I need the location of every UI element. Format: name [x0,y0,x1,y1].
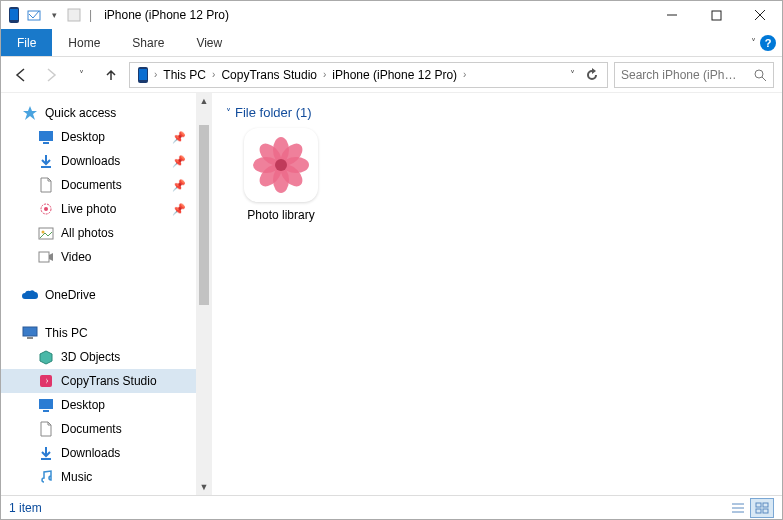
downloads-icon [37,152,55,170]
svg-point-39 [275,159,287,171]
back-button[interactable] [9,63,33,87]
content-pane[interactable]: ˅ File folder (1) [212,93,782,495]
ribbon-expand-icon[interactable]: ˅ [751,37,756,48]
chevron-right-icon[interactable]: › [321,69,328,80]
tree-label: Documents [61,422,122,436]
svg-rect-43 [756,503,761,507]
svg-rect-23 [27,337,33,339]
scroll-thumb[interactable] [199,125,209,305]
tree-item-desktop-pc[interactable]: Desktop [1,393,196,417]
svg-rect-14 [43,142,49,144]
qat-dropdown-icon[interactable]: ▾ [45,6,63,24]
tree-item-desktop[interactable]: Desktop 📌 [1,125,196,149]
svg-marker-21 [49,253,53,261]
scroll-up-icon[interactable]: ▲ [196,93,212,109]
close-button[interactable] [738,1,782,29]
chevron-right-icon[interactable]: › [210,69,217,80]
search-input[interactable]: Search iPhone (iPh… [614,62,774,88]
svg-rect-26 [39,399,53,409]
ribbon-tab-view[interactable]: View [180,29,238,56]
titlebar-separator: | [89,8,92,22]
quick-access-icon [21,104,39,122]
tree-onedrive[interactable]: OneDrive [1,283,196,307]
tree-this-pc[interactable]: This PC [1,321,196,345]
refresh-button[interactable] [581,68,603,82]
svg-rect-20 [39,252,49,262]
address-history-dropdown[interactable]: ˅ [566,69,579,80]
breadcrumb-this-pc[interactable]: This PC [159,68,210,82]
group-header[interactable]: ˅ File folder (1) [226,105,768,120]
window-title: iPhone (iPhone 12 Pro) [104,8,229,22]
svg-rect-22 [23,327,37,336]
tree-item-documents[interactable]: Documents 📌 [1,173,196,197]
status-text: 1 item [9,501,42,515]
item-label: Photo library [247,208,314,222]
tree-label: Downloads [61,154,120,168]
tree-item-downloads-pc[interactable]: Downloads [1,441,196,465]
qat-button-2[interactable] [65,6,83,24]
qat-button-1[interactable] [25,6,43,24]
copytrans-icon [37,372,55,390]
recent-locations-button[interactable]: ˅ [69,63,93,87]
tree-item-music[interactable]: Music [1,465,196,489]
address-bar[interactable]: › This PC › CopyTrans Studio › iPhone (i… [129,62,608,88]
svg-rect-46 [763,509,768,513]
tree-item-downloads[interactable]: Downloads 📌 [1,149,196,173]
ribbon-file-tab[interactable]: File [1,29,52,56]
address-icon [134,67,152,83]
forward-button[interactable] [39,63,63,87]
tree-item-documents-pc[interactable]: Documents [1,417,196,441]
tree-label: All photos [61,226,114,240]
ribbon-tab-share[interactable]: Share [116,29,180,56]
tree-item-allphotos[interactable]: All photos [1,221,196,245]
maximize-button[interactable] [694,1,738,29]
nav-scrollbar[interactable]: ▲ ▼ [196,93,212,495]
photos-app-icon [244,128,318,202]
allphotos-icon [37,224,55,242]
tree-item-3dobjects[interactable]: 3D Objects [1,345,196,369]
minimize-button[interactable] [650,1,694,29]
item-photo-library[interactable]: Photo library [236,128,326,222]
onedrive-icon [21,286,39,304]
tree-item-video[interactable]: Video [1,245,196,269]
navigation-pane: Quick access Desktop 📌 Downloads 📌 Docum… [1,93,196,495]
group-label: File folder (1) [235,105,312,120]
svg-rect-25 [40,375,52,387]
pin-icon: 📌 [172,203,186,216]
view-icons-button[interactable] [750,498,774,518]
documents-icon [37,420,55,438]
breadcrumb-copytrans[interactable]: CopyTrans Studio [217,68,321,82]
music-icon [37,468,55,486]
desktop-icon [37,396,55,414]
tree-quick-access[interactable]: Quick access [1,101,196,125]
breadcrumb-iphone[interactable]: iPhone (iPhone 12 Pro) [328,68,461,82]
status-bar: 1 item [1,495,782,519]
svg-rect-3 [68,9,80,21]
pin-icon: 📌 [172,179,186,192]
chevron-right-icon[interactable]: › [152,69,159,80]
title-bar: ▾ | iPhone (iPhone 12 Pro) [1,1,782,29]
video-icon [37,248,55,266]
up-button[interactable] [99,63,123,87]
window-controls [650,1,782,29]
ribbon-tab-home[interactable]: Home [52,29,116,56]
svg-line-11 [762,77,766,81]
chevron-down-icon[interactable]: ˅ [226,107,231,118]
tree-label: Video [61,250,91,264]
navigation-bar: ˅ › This PC › CopyTrans Studio › iPhone … [1,57,782,93]
tree-item-livephoto[interactable]: Live photo 📌 [1,197,196,221]
tree-item-copytrans[interactable]: CopyTrans Studio [1,369,196,393]
tree-label: Live photo [61,202,116,216]
scroll-down-icon[interactable]: ▼ [196,479,212,495]
svg-rect-45 [756,509,761,513]
help-icon[interactable]: ? [760,35,776,51]
body: Quick access Desktop 📌 Downloads 📌 Docum… [1,93,782,495]
search-placeholder: Search iPhone (iPh… [621,68,736,82]
chevron-right-icon[interactable]: › [461,69,468,80]
quick-access-toolbar: ▾ | [5,6,96,24]
view-details-button[interactable] [726,498,750,518]
svg-rect-44 [763,503,768,507]
tree-label: Desktop [61,398,105,412]
tree-label: OneDrive [45,288,96,302]
svg-point-17 [44,207,48,211]
